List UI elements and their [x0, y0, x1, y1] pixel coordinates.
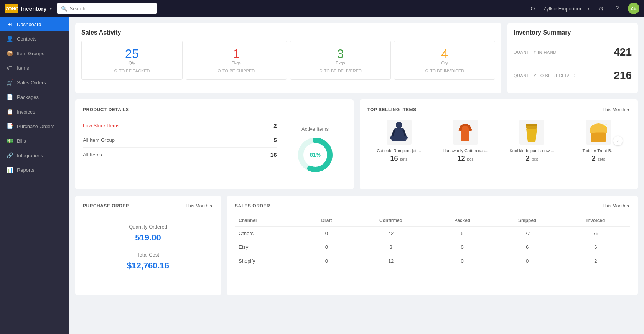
org-dropdown-icon[interactable]: ▼ — [586, 7, 590, 11]
sidebar-item-purchase-orders[interactable]: 📑 Purchase Orders — [0, 119, 69, 133]
top-selling-header: TOP SELLING ITEMS This Month ▼ — [367, 107, 631, 112]
pd-row-all-items[interactable]: All Items 16 — [83, 148, 277, 162]
sidebar-item-contacts[interactable]: 👤 Contacts — [0, 31, 69, 46]
ts-item-qty-2: 12 pcs — [434, 155, 497, 163]
pd-row-all-item-group[interactable]: All Item Group 5 — [83, 133, 277, 148]
ts-item-qty-1: 16 sets — [367, 155, 431, 163]
ts-item-1[interactable]: Cutlepie Rompers-jet ... 16 sets — [367, 118, 431, 163]
sidebar-label-item-groups: Item Groups — [17, 51, 44, 56]
all-items-value: 16 — [270, 151, 277, 158]
sweater-image — [453, 120, 478, 145]
col-packed: Packed — [431, 215, 494, 227]
sidebar-item-item-groups[interactable]: 📦 Item Groups — [0, 46, 69, 61]
table-row[interactable]: Etsy 0 3 0 6 6 — [235, 240, 630, 254]
row-etsy-channel: Etsy — [235, 240, 302, 254]
activity-card-packed[interactable]: 25 Qty ⊙ TO BE PACKED — [81, 41, 183, 80]
sidebar-item-integrations[interactable]: 🔗 Integrations — [0, 148, 69, 163]
refresh-icon[interactable]: ↻ — [527, 3, 538, 14]
row-etsy-confirmed: 3 — [351, 240, 431, 254]
sidebar-label-packages: Packages — [17, 94, 39, 100]
settings-icon[interactable]: ⚙ — [596, 3, 606, 14]
sidebar-item-dashboard[interactable]: ⊞ Dashboard — [0, 17, 69, 31]
pd-row-low-stock[interactable]: Low Stock Items 2 — [83, 118, 277, 133]
ts-item-3[interactable]: Kool kiddo pants-cow ... 2 pcs — [500, 118, 563, 163]
activity-card-shipped[interactable]: 1 Pkgs ⊙ TO BE SHIPPED — [186, 41, 287, 80]
svg-rect-11 — [526, 124, 537, 126]
col-confirmed: Confirmed — [351, 215, 431, 227]
help-icon[interactable]: ? — [612, 3, 623, 14]
sidebar-label-bills: Bills — [17, 138, 26, 144]
so-header: SALES ORDER This Month ▼ — [235, 203, 630, 209]
ts-item-qty-4: 2 sets — [567, 155, 630, 163]
app-dropdown-icon[interactable]: ▼ — [49, 7, 53, 11]
activity-card-invoiced[interactable]: 4 Qty ⊙ TO BE INVOICED — [394, 41, 495, 80]
sidebar-label-purchase-orders: Purchase Orders — [17, 123, 54, 129]
row-shopify-invoiced: 2 — [561, 254, 630, 268]
rompers-image — [387, 120, 412, 145]
sidebar-item-packages[interactable]: 📄 Packages — [0, 90, 69, 104]
col-channel: Channel — [235, 215, 302, 227]
product-details-inner: Low Stock Items 2 All Item Group 5 All I… — [83, 118, 346, 182]
top-row: Sales Activity 25 Qty ⊙ TO BE PACKED 1 P… — [75, 23, 638, 93]
po-quantity-value: 519.00 — [91, 233, 206, 243]
ts-item-name-4: Toddler Treat B... — [567, 148, 630, 153]
donut-section: Active Items 81% — [288, 118, 342, 182]
row-others-shipped: 27 — [493, 227, 561, 240]
activity-card-delivered[interactable]: 3 Pkgs ⊙ TO BE DELIVERED — [290, 41, 391, 80]
search-icon: 🔍 — [61, 6, 67, 12]
invoiced-label: Qty — [400, 61, 489, 65]
sidebar-item-items[interactable]: 🏷 Items — [0, 61, 69, 75]
svg-text:ZOHO: ZOHO — [5, 6, 18, 12]
ts-item-2[interactable]: Hanswooly Cotton cas... 12 pcs — [434, 118, 497, 163]
sidebar-label-dashboard: Dashboard — [17, 21, 41, 27]
sidebar-item-invoices[interactable]: 📋 Invoices — [0, 104, 69, 119]
ts-item-img-2 — [452, 118, 479, 145]
search-input[interactable] — [69, 6, 153, 12]
inventory-row-to-receive[interactable]: QUANTITY TO BE RECEIVED 216 — [514, 64, 632, 87]
in-hand-value: 421 — [614, 46, 632, 58]
search-box[interactable]: 🔍 — [57, 3, 157, 14]
in-hand-label: QUANTITY IN HAND — [514, 50, 557, 54]
zoho-logo-icon: ZOHO — [5, 4, 18, 13]
top-selling-title: TOP SELLING ITEMS — [367, 107, 417, 112]
ts-item-img-1 — [385, 118, 412, 145]
low-stock-label[interactable]: Low Stock Items — [83, 123, 119, 128]
po-quantity-label: Quantity Ordered — [91, 224, 206, 230]
item-groups-icon: 📦 — [6, 50, 13, 56]
bills-icon: 💵 — [6, 138, 13, 144]
svg-text:✦: ✦ — [602, 123, 604, 125]
org-name[interactable]: Zylkar Emporium — [544, 6, 581, 12]
sidebar-item-bills[interactable]: 💵 Bills — [0, 133, 69, 148]
packed-label: Qty — [88, 61, 176, 65]
ts-next-button[interactable]: › — [613, 136, 623, 145]
invoiced-sublabel: ⊙ TO BE INVOICED — [400, 68, 489, 73]
purchase-order-panel: PURCHASE ORDER This Month ▼ Quantity Ord… — [75, 196, 221, 295]
top-selling-items-wrapper: Cutlepie Rompers-jet ... 16 sets — [367, 118, 631, 163]
po-header: PURCHASE ORDER This Month ▼ — [83, 203, 213, 209]
po-filter-icon: ▼ — [209, 204, 213, 208]
so-table: Channel Draft Confirmed Packed Shipped I… — [235, 215, 630, 268]
so-filter[interactable]: This Month ▼ — [603, 203, 630, 209]
row-shopify-packed: 0 — [431, 254, 494, 268]
sidebar-item-reports[interactable]: 📊 Reports — [0, 163, 69, 177]
table-row[interactable]: Others 0 42 5 27 75 — [235, 227, 630, 240]
table-row[interactable]: Shopify 0 12 0 0 2 — [235, 254, 630, 268]
delivered-sublabel: ⊙ TO BE DELIVERED — [296, 68, 385, 73]
avatar[interactable]: ZE — [628, 3, 639, 14]
low-stock-value: 2 — [273, 122, 277, 129]
po-cost-value: $12,760.16 — [91, 261, 206, 271]
inventory-row-in-hand[interactable]: QUANTITY IN HAND 421 — [514, 41, 632, 64]
all-item-group-value: 5 — [273, 137, 277, 143]
check-icon3: ⊙ — [319, 68, 323, 73]
top-selling-filter[interactable]: This Month ▼ — [603, 107, 630, 112]
to-receive-label: QUANTITY TO BE RECEIVED — [514, 73, 576, 78]
sidebar-item-sales-orders[interactable]: 🛒 Sales Orders — [0, 75, 69, 90]
svg-point-7 — [404, 136, 408, 140]
sidebar-label-reports: Reports — [17, 167, 35, 173]
row-others-draft: 0 — [302, 227, 351, 240]
shipped-label: Pkgs — [192, 61, 280, 65]
packed-number: 25 — [88, 47, 176, 61]
sidebar-label-sales-orders: Sales Orders — [17, 80, 46, 86]
po-filter[interactable]: This Month ▼ — [186, 203, 213, 209]
donut-chart: 81% — [296, 136, 334, 174]
